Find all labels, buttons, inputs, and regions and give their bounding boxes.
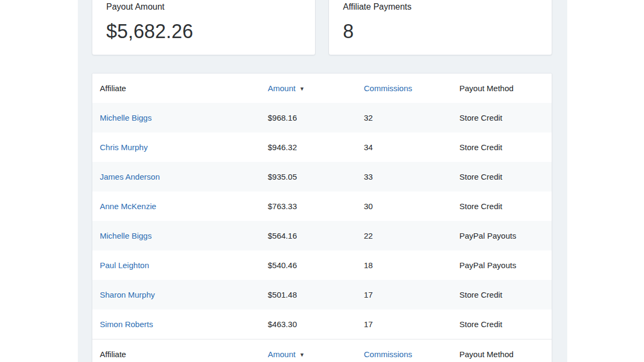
- caret-down-icon: ▼: [299, 86, 305, 92]
- sort-by-amount-link[interactable]: Amount: [268, 350, 296, 359]
- table-row: Michelle Biggs $968.16 32 Store Credit: [92, 103, 552, 132]
- commissions-cell: 33: [364, 172, 459, 181]
- column-header-payout-method: Payout Method: [459, 84, 552, 93]
- footer-column-header-commissions[interactable]: Commissions: [364, 350, 459, 359]
- sort-by-commissions-link[interactable]: Commissions: [364, 84, 412, 93]
- stat-card-affiliate-payments: Affiliate Payments 8: [328, 0, 552, 55]
- affiliate-link[interactable]: Michelle Biggs: [100, 231, 152, 240]
- payout-method-cell: Store Credit: [459, 143, 552, 152]
- stat-cards-row: Payout Amount $5,682.26 Affiliate Paymen…: [92, 0, 552, 55]
- commissions-cell: 17: [364, 290, 459, 299]
- stat-card-payout-amount: Payout Amount $5,682.26: [92, 0, 316, 55]
- stat-card-value: 8: [343, 20, 539, 43]
- affiliate-link[interactable]: Chris Murphy: [100, 143, 148, 152]
- commissions-cell: 18: [364, 261, 459, 270]
- column-header-amount[interactable]: Amount▼: [268, 84, 364, 93]
- table-row: Chris Murphy $946.32 34 Store Credit: [92, 132, 552, 162]
- amount-cell: $763.33: [268, 202, 364, 211]
- payout-method-cell: PayPal Payouts: [459, 261, 552, 270]
- amount-cell: $935.05: [268, 172, 364, 181]
- amount-cell: $501.48: [268, 290, 364, 299]
- stat-card-value: $5,682.26: [106, 20, 302, 43]
- table-row: Michelle Biggs $564.16 22 PayPal Payouts: [92, 221, 552, 250]
- commissions-cell: 22: [364, 231, 459, 240]
- table-row: Simon Roberts $463.30 17 Store Credit: [92, 309, 552, 339]
- affiliate-link[interactable]: Simon Roberts: [100, 320, 153, 329]
- sort-by-amount-link[interactable]: Amount: [268, 84, 296, 93]
- table-row: James Anderson $935.05 33 Store Credit: [92, 162, 552, 191]
- payout-method-cell: PayPal Payouts: [459, 231, 552, 240]
- payout-method-cell: Store Credit: [459, 113, 552, 122]
- affiliate-link[interactable]: Michelle Biggs: [100, 113, 152, 122]
- sort-by-commissions-link[interactable]: Commissions: [364, 350, 412, 359]
- affiliate-link[interactable]: Sharon Murphy: [100, 290, 155, 299]
- amount-cell: $946.32: [268, 143, 364, 152]
- commissions-cell: 32: [364, 113, 459, 122]
- commissions-cell: 34: [364, 143, 459, 152]
- table-row: Paul Leighton $540.46 18 PayPal Payouts: [92, 250, 552, 280]
- commissions-cell: 30: [364, 202, 459, 211]
- affiliate-link[interactable]: Paul Leighton: [100, 261, 149, 270]
- table-footer-header-row: Affiliate Amount▼ Commissions Payout Met…: [92, 339, 552, 362]
- amount-cell: $564.16: [268, 231, 364, 240]
- stat-card-label: Payout Amount: [106, 1, 302, 13]
- amount-cell: $540.46: [268, 261, 364, 270]
- amount-cell: $463.30: [268, 320, 364, 329]
- caret-down-icon: ▼: [299, 352, 305, 358]
- commissions-cell: 17: [364, 320, 459, 329]
- column-header-affiliate: Affiliate: [100, 84, 268, 93]
- payout-method-cell: Store Credit: [459, 290, 552, 299]
- affiliate-link[interactable]: Anne McKenzie: [100, 202, 156, 211]
- footer-column-header-affiliate: Affiliate: [100, 350, 268, 359]
- stat-card-label: Affiliate Payments: [343, 1, 539, 13]
- payout-method-cell: Store Credit: [459, 172, 552, 181]
- amount-cell: $968.16: [268, 113, 364, 122]
- payout-method-cell: Store Credit: [459, 320, 552, 329]
- footer-column-header-payout-method: Payout Method: [459, 350, 552, 359]
- table-row: Anne McKenzie $763.33 30 Store Credit: [92, 191, 552, 221]
- table-header-row: Affiliate Amount▼ Commissions Payout Met…: [92, 73, 552, 103]
- column-header-commissions[interactable]: Commissions: [364, 84, 459, 93]
- affiliate-payments-table: Affiliate Amount▼ Commissions Payout Met…: [92, 73, 552, 362]
- table-row: Sharon Murphy $501.48 17 Store Credit: [92, 280, 552, 309]
- payout-method-cell: Store Credit: [459, 202, 552, 211]
- affiliate-link[interactable]: James Anderson: [100, 172, 160, 181]
- footer-column-header-amount[interactable]: Amount▼: [268, 350, 364, 359]
